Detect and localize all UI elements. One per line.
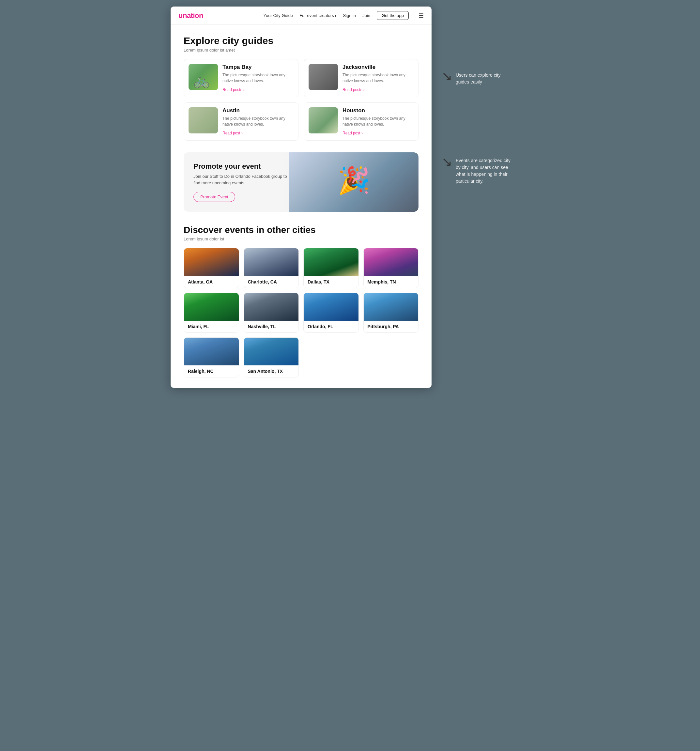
promote-desc: Join our Stuff to Do in Orlando Facebook…	[193, 173, 291, 186]
nav-join[interactable]: Join	[362, 13, 370, 18]
sidebar-annotations: ↙ Users can explore city guides easily ↙…	[441, 6, 529, 185]
city-guide-grid: Tampa Bay The picturesque storybook town…	[184, 59, 419, 141]
city-name-austin: Austin	[223, 107, 294, 114]
city-tile-dallas[interactable]: Dallas, TX	[303, 248, 359, 288]
explore-title: Explore city guides	[184, 35, 419, 46]
promote-event-button[interactable]: Promote Event	[193, 192, 235, 202]
city-link-tampa[interactable]: Read posts	[223, 87, 245, 92]
browser-window: unation Your City Guide For event creato…	[171, 6, 431, 388]
city-tile-raleigh[interactable]: Raleigh, NC	[184, 337, 239, 377]
city-tile-label-pittsburgh: Pittsburgh, PA	[364, 321, 419, 332]
city-desc-houston: The picturesque storybook town any nativ…	[343, 116, 414, 127]
nav-links: Your City Guide For event creators Sign …	[264, 11, 424, 20]
annotation-2: ↙ Events are categorized city by city, a…	[441, 157, 529, 185]
city-tile-image-atlanta	[184, 248, 239, 276]
city-tile-label-memphis: Memphis, TN	[364, 276, 419, 288]
city-tile-label-charlotte: Charlotte, CA	[244, 276, 299, 288]
hamburger-icon[interactable]: ☰	[419, 12, 424, 19]
city-tile-image-orlando	[304, 293, 358, 321]
promote-banner: Promote your event Join our Stuff to Do …	[184, 152, 419, 212]
city-desc-jacksonville: The picturesque storybook town any nativ…	[343, 72, 414, 84]
explore-subtitle: Lorem ipsum dolor ist amet	[184, 48, 419, 53]
city-card-jacksonville: Jacksonville The picturesque storybook t…	[304, 59, 419, 97]
city-desc-tampa: The picturesque storybook town any nativ…	[223, 72, 294, 84]
city-tile-image-pittsburgh	[364, 293, 419, 321]
city-tile-label-dallas: Dallas, TX	[304, 276, 358, 288]
city-card-content-jacksonville: Jacksonville The picturesque storybook t…	[343, 64, 414, 92]
city-name-houston: Houston	[343, 107, 414, 114]
city-card-tampa: Tampa Bay The picturesque storybook town…	[184, 59, 298, 97]
city-tile-label-san-antonio: San Antonio, TX	[244, 365, 299, 377]
nav-for-creators[interactable]: For event creators	[300, 13, 336, 18]
annotation-arrow-1: ↙	[441, 68, 453, 83]
city-tile-label-nashville: Nashville, TL	[244, 321, 299, 332]
logo[interactable]: unation	[178, 11, 203, 20]
promote-people-image	[289, 152, 419, 212]
city-tile-label-miami: Miami, FL	[184, 321, 239, 332]
annotation-arrow-2: ↙	[441, 154, 453, 169]
city-image-houston	[309, 107, 338, 133]
city-card-content-austin: Austin The picturesque storybook town an…	[223, 107, 294, 136]
nav-city-guide[interactable]: Your City Guide	[264, 13, 293, 18]
city-link-jacksonville[interactable]: Read posts	[343, 87, 365, 92]
annotation-text-2: Events are categorized city by city, and…	[456, 157, 515, 185]
city-tile-label-raleigh: Raleigh, NC	[184, 365, 239, 377]
city-name-tampa: Tampa Bay	[223, 64, 294, 71]
city-tile-pittsburgh[interactable]: Pittsburgh, PA	[363, 293, 419, 333]
city-tile-image-miami	[184, 293, 239, 321]
city-desc-austin: The picturesque storybook town any nativ…	[223, 116, 294, 127]
promote-content: Promote your event Join our Stuff to Do …	[193, 162, 291, 202]
city-card-austin: Austin The picturesque storybook town an…	[184, 102, 298, 141]
city-tile-image-san-antonio	[244, 338, 299, 365]
city-tile-memphis[interactable]: Memphis, TN	[363, 248, 419, 288]
city-link-austin[interactable]: Read post	[223, 131, 243, 135]
page-wrapper: unation Your City Guide For event creato…	[171, 6, 529, 388]
city-image-jacksonville	[309, 64, 338, 90]
city-tile-image-dallas	[304, 248, 358, 276]
city-tile-image-raleigh	[184, 338, 239, 365]
city-tile-charlotte[interactable]: Charlotte, CA	[244, 248, 299, 288]
city-tile-label-atlanta: Atlanta, GA	[184, 276, 239, 288]
city-card-houston: Houston The picturesque storybook town a…	[304, 102, 419, 141]
city-tile-atlanta[interactable]: Atlanta, GA	[184, 248, 239, 288]
discover-subtitle: Lorem ipsum dolor ist	[184, 236, 419, 241]
city-tile-orlando[interactable]: Orlando, FL	[303, 293, 359, 333]
annotation-text-1: Users can explore city guides easily	[456, 72, 515, 85]
city-tile-image-charlotte	[244, 248, 299, 276]
get-app-button[interactable]: Get the app	[377, 11, 409, 20]
city-card-content-houston: Houston The picturesque storybook town a…	[343, 107, 414, 136]
city-tile-label-orlando: Orlando, FL	[304, 321, 358, 332]
main-content: Explore city guides Lorem ipsum dolor is…	[171, 25, 431, 388]
city-name-jacksonville: Jacksonville	[343, 64, 414, 71]
city-card-content-tampa: Tampa Bay The picturesque storybook town…	[223, 64, 294, 92]
city-image-tampa	[189, 64, 218, 90]
city-tile-san-antonio[interactable]: San Antonio, TX	[244, 337, 299, 377]
annotation-1: ↙ Users can explore city guides easily	[441, 72, 529, 85]
nav-sign-in[interactable]: Sign in	[343, 13, 356, 18]
city-link-houston[interactable]: Read post	[343, 131, 363, 135]
discover-title: Discover events in other cities	[184, 225, 419, 235]
city-tile-image-memphis	[364, 248, 419, 276]
city-image-austin	[189, 107, 218, 133]
cities-grid: Atlanta, GA Charlotte, CA Dallas, TX Mem…	[184, 248, 419, 377]
promote-visual	[289, 152, 419, 212]
promote-title: Promote your event	[193, 162, 291, 171]
city-tile-image-nashville	[244, 293, 299, 321]
city-tile-nashville[interactable]: Nashville, TL	[244, 293, 299, 333]
city-tile-miami[interactable]: Miami, FL	[184, 293, 239, 333]
navbar: unation Your City Guide For event creato…	[171, 6, 431, 25]
